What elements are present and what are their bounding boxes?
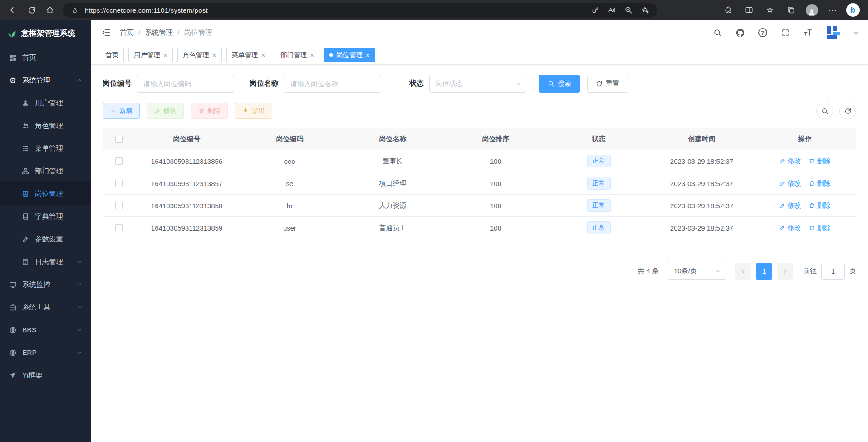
sidebar-item-user-mgmt[interactable]: 用户管理 — [0, 92, 91, 114]
tab-dept-mgmt[interactable]: 部门管理× — [275, 48, 319, 62]
cell-created: 2023-03-29 18:52:37 — [650, 202, 753, 210]
menu-label: 部门管理 — [35, 167, 63, 176]
menu-label: 用户管理 — [35, 98, 63, 108]
github-button[interactable] — [734, 27, 746, 39]
tab-label: 用户管理 — [134, 51, 160, 59]
goto-label: 前往 — [803, 267, 817, 275]
sidebar-item-system-mgmt[interactable]: ⚙ 系统管理 — [0, 69, 91, 92]
prev-page-button[interactable] — [735, 263, 751, 280]
sidebar-item-bbs[interactable]: BBS — [0, 319, 91, 341]
add-favorite-star-icon[interactable] — [639, 4, 652, 16]
font-size-button[interactable] — [802, 27, 814, 39]
next-page-button[interactable] — [777, 263, 793, 280]
delete-row-button[interactable]: 删除 — [809, 179, 831, 188]
tab-user-mgmt[interactable]: 用户管理× — [128, 48, 173, 62]
refresh-button[interactable] — [24, 2, 40, 18]
password-key-icon[interactable] — [588, 4, 601, 16]
profile-avatar[interactable] — [804, 3, 819, 17]
refresh-icon — [596, 80, 603, 87]
sidebar-item-erp[interactable]: ERP — [0, 341, 91, 364]
table-header-row: 岗位编号 岗位编码 岗位名称 岗位排序 状态 创建时间 操作 — [103, 128, 856, 150]
tab-close-icon[interactable]: × — [366, 52, 370, 59]
sidebar-collapse-button[interactable] — [100, 26, 113, 39]
bing-sidebar-icon[interactable]: b — [846, 3, 860, 17]
goto-page-input[interactable] — [821, 263, 845, 280]
edit-button[interactable]: 修改 — [147, 103, 184, 119]
header-status: 状态 — [547, 135, 650, 143]
sidebar-item-param-settings[interactable]: 参数设置 — [0, 228, 91, 250]
tab-close-icon[interactable]: × — [163, 52, 167, 59]
export-button[interactable]: 导出 — [235, 103, 272, 119]
search-button[interactable]: 搜索 — [539, 75, 580, 93]
sidebar-item-menu-mgmt[interactable]: 菜单管理 — [0, 137, 91, 160]
dashboard-icon — [8, 54, 17, 62]
row-checkbox[interactable] — [115, 180, 123, 187]
row-checkbox[interactable] — [115, 202, 123, 209]
breadcrumb-system-mgmt[interactable]: 系统管理 — [145, 28, 173, 38]
sidebar-item-role-mgmt[interactable]: 角色管理 — [0, 114, 91, 137]
collections-icon[interactable] — [784, 3, 798, 17]
header-search-button[interactable] — [711, 27, 723, 39]
sidebar-item-log-mgmt[interactable]: 日志管理 — [0, 250, 91, 273]
menu-label: ERP — [22, 349, 37, 357]
page-number-button[interactable]: 1 — [756, 263, 772, 280]
row-checkbox[interactable] — [115, 157, 123, 165]
edit-row-label: 修改 — [788, 201, 801, 210]
favorites-star-icon[interactable] — [763, 3, 777, 17]
zoom-out-icon[interactable] — [622, 4, 635, 16]
home-button[interactable] — [42, 2, 58, 18]
refresh-table-button[interactable] — [839, 103, 856, 119]
cell-post-code: hr — [238, 202, 341, 210]
user-menu-caret-icon[interactable] — [853, 30, 859, 36]
edit-row-button[interactable]: 修改 — [779, 224, 801, 232]
sidebar-item-dept-mgmt[interactable]: 部门管理 — [0, 160, 91, 182]
reset-button[interactable]: 重置 — [587, 75, 628, 93]
delete-row-label: 删除 — [817, 201, 831, 210]
breadcrumb-home[interactable]: 首页 — [120, 28, 134, 38]
add-button[interactable]: 新增 — [103, 103, 140, 119]
post-name-input[interactable] — [284, 75, 381, 93]
filter-buttons: 搜索 重置 — [539, 75, 628, 93]
app-logo[interactable]: 意框架管理系统 — [0, 20, 91, 46]
tab-close-icon[interactable]: × — [212, 52, 216, 59]
edit-row-button[interactable]: 修改 — [779, 201, 801, 210]
page-size-select[interactable]: 10条/页 — [668, 263, 726, 280]
address-bar[interactable]: https://ccnetcore.com:1101/system/post — [63, 3, 657, 18]
hamburger-icon — [102, 28, 111, 37]
toggle-search-button[interactable] — [816, 103, 833, 119]
extensions-puzzle-icon[interactable] — [721, 3, 736, 17]
site-info-lock-icon[interactable] — [68, 4, 81, 16]
edit-row-button[interactable]: 修改 — [779, 157, 801, 166]
sidebar-item-system-monitor[interactable]: 系统监控 — [0, 273, 91, 296]
select-all-checkbox[interactable] — [115, 136, 123, 143]
back-button[interactable] — [5, 2, 22, 18]
delete-row-button[interactable]: 删除 — [809, 157, 831, 166]
tab-post-mgmt[interactable]: 岗位管理× — [324, 48, 375, 62]
chevron-down-icon — [77, 282, 83, 287]
sidebar-item-yi-framework[interactable]: Yi框架 — [0, 364, 91, 387]
menu-label: 岗位管理 — [35, 189, 63, 199]
sidebar-item-system-tools[interactable]: 系统工具 — [0, 296, 91, 319]
split-screen-icon[interactable] — [742, 3, 756, 17]
edit-row-button[interactable]: 修改 — [779, 179, 801, 188]
user-avatar[interactable] — [825, 24, 842, 41]
delete-row-button[interactable]: 删除 — [809, 201, 831, 210]
row-checkbox[interactable] — [115, 224, 123, 231]
tab-home[interactable]: 首页 — [100, 48, 124, 62]
help-button[interactable]: ? — [757, 27, 769, 39]
post-code-input[interactable] — [137, 75, 234, 93]
tab-close-icon[interactable]: × — [310, 52, 314, 59]
sidebar-item-post-mgmt[interactable]: 岗位管理 — [0, 182, 91, 205]
search-icon — [548, 80, 554, 87]
tab-role-mgmt[interactable]: 角色管理× — [177, 48, 222, 62]
sidebar-item-dict-mgmt[interactable]: 字典管理 — [0, 205, 91, 228]
read-aloud-icon[interactable] — [605, 4, 618, 16]
delete-button[interactable]: 删除 — [191, 103, 228, 119]
delete-row-button[interactable]: 删除 — [809, 224, 831, 232]
browser-more-menu-icon[interactable]: ⋯ — [825, 3, 840, 17]
fullscreen-button[interactable] — [780, 27, 791, 39]
tab-close-icon[interactable]: × — [261, 52, 265, 59]
sidebar-item-home[interactable]: 首页 — [0, 46, 91, 69]
status-select[interactable]: 岗位状态 — [429, 75, 526, 93]
tab-menu-mgmt[interactable]: 菜单管理× — [226, 48, 271, 62]
